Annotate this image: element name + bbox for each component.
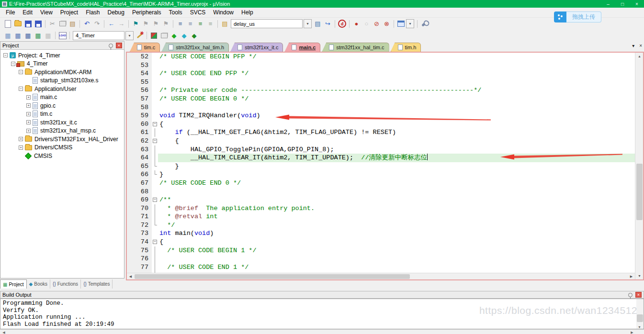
menu-file[interactable]: File xyxy=(2,8,19,17)
scroll-right-icon[interactable]: ▶ xyxy=(628,273,635,280)
close-button[interactable]: × xyxy=(630,0,644,8)
search-combo[interactable]: delay_us xyxy=(231,19,303,28)
view-tab-templates[interactable]: {}Templates xyxy=(81,279,113,289)
fold-margin[interactable]: − xyxy=(152,238,158,246)
toggle-breakpoint-icon[interactable]: ○ xyxy=(362,19,371,28)
maximize-button[interactable]: □ xyxy=(615,0,630,8)
menu-tools[interactable]: Tools xyxy=(165,8,186,17)
build-scroll-right-icon[interactable]: ▶ xyxy=(629,330,635,334)
navigate-forward-icon[interactable]: → xyxy=(117,19,126,28)
stop-build-icon[interactable]: ▦ xyxy=(44,31,53,40)
search-dropdown[interactable]: ▾ xyxy=(304,19,312,28)
fold-collapse-icon[interactable]: − xyxy=(153,122,157,126)
tree-item-tim-c[interactable]: +tim.c xyxy=(0,110,124,119)
pin-icon[interactable] xyxy=(109,44,113,48)
editor-vertical-scrollbar[interactable]: ▲ ▼ xyxy=(635,53,643,279)
doc-tab-stm32f1xx-hal-tim-h[interactable]: stm32f1xx_hal_tim.h xyxy=(161,43,229,52)
debug-windows-dropdown[interactable]: ▾ xyxy=(406,19,414,28)
translate-icon[interactable]: ▦ xyxy=(3,31,12,40)
tree-item-drivers-cmsis[interactable]: +Drivers/CMSIS xyxy=(0,144,124,152)
tree-item-stm32f1xx-it-c[interactable]: +stm32f1xx_it.c xyxy=(0,118,124,127)
start-stop-debug-icon[interactable]: d xyxy=(338,19,347,28)
menu-peripherals[interactable]: Peripherals xyxy=(128,8,165,17)
new-file-icon[interactable] xyxy=(3,19,12,28)
uncomment-icon[interactable]: ≡ xyxy=(206,19,215,28)
expand-icon[interactable]: + xyxy=(26,103,31,108)
indent-icon[interactable]: ≡ xyxy=(176,19,185,28)
expand-icon[interactable]: + xyxy=(26,120,31,124)
doc-tab-stm32f1xx-hal-tim-c[interactable]: stm32f1xx_hal_tim.c xyxy=(322,43,389,52)
select-packs-icon[interactable]: ◆ xyxy=(180,31,189,40)
batch-build-icon[interactable]: ▦ xyxy=(34,31,43,40)
kill-breakpoints-icon[interactable]: ⊗ xyxy=(382,19,391,28)
tab-list-dropdown-icon[interactable]: ▾ xyxy=(632,43,634,48)
menu-edit[interactable]: Edit xyxy=(19,8,36,17)
fold-collapse-icon[interactable]: − xyxy=(153,139,157,143)
menu-debug[interactable]: Debug xyxy=(104,8,128,17)
target-dropdown[interactable]: ▾ xyxy=(125,31,134,40)
drag-upload-overlay[interactable]: 拖拽上传 xyxy=(554,11,601,22)
bookmark-clear-icon[interactable]: ⚑ xyxy=(161,19,170,28)
debug-windows-icon[interactable] xyxy=(396,19,406,28)
menu-flash[interactable]: Flash xyxy=(82,8,103,17)
scroll-left-icon[interactable]: ◀ xyxy=(127,273,134,280)
scroll-up-icon[interactable]: ▲ xyxy=(635,53,644,60)
tree-item-drivers-stm32f1xx-hal-driver[interactable]: +Drivers/STM32F1xx_HAL_Driver xyxy=(0,135,124,144)
collapse-icon[interactable]: − xyxy=(3,53,8,57)
doc-tab-main-c[interactable]: main.c xyxy=(284,43,320,52)
pack-installer-icon[interactable]: ◆ xyxy=(190,31,199,40)
minimize-button[interactable]: – xyxy=(601,0,615,8)
undo-icon[interactable]: ↶ xyxy=(82,19,91,28)
expand-icon[interactable]: + xyxy=(26,129,31,133)
tree-item-cmsis[interactable]: CMSIS xyxy=(0,152,124,160)
collapse-icon[interactable]: − xyxy=(19,87,23,91)
doc-tab-stm32f1xx-it-c[interactable]: stm32f1xx_it.c xyxy=(230,43,283,52)
collapse-icon[interactable]: − xyxy=(19,70,23,74)
fold-margin[interactable]: − xyxy=(152,196,158,204)
fold-margin[interactable]: − xyxy=(152,120,158,129)
open-file-icon[interactable] xyxy=(13,19,23,28)
configure-wrench-icon[interactable] xyxy=(420,19,429,28)
vertical-scroll-thumb[interactable] xyxy=(636,164,643,220)
build-vscroll-thumb[interactable] xyxy=(637,314,643,322)
save-all-icon[interactable] xyxy=(34,19,43,28)
horizontal-scroll-thumb[interactable] xyxy=(135,274,410,279)
cut-icon[interactable]: ✂ xyxy=(48,19,57,28)
fold-margin[interactable]: − xyxy=(152,137,158,145)
expand-icon[interactable]: + xyxy=(19,145,23,150)
build-scroll-left-icon[interactable]: ◀ xyxy=(0,330,7,334)
menu-window[interactable]: Window xyxy=(209,8,237,17)
redo-icon[interactable]: ↷ xyxy=(92,19,102,28)
unindent-icon[interactable]: ≡ xyxy=(186,19,195,28)
fold-collapse-icon[interactable]: − xyxy=(153,198,157,202)
copy-icon[interactable] xyxy=(58,19,67,28)
comment-icon[interactable]: ≡ xyxy=(196,19,205,28)
download-load-icon[interactable]: LOAD xyxy=(58,31,67,40)
tree-item-main-c[interactable]: +main.c xyxy=(0,93,124,102)
menu-project[interactable]: Project xyxy=(56,8,82,17)
doc-tab-tim-h[interactable]: tim.h xyxy=(391,43,421,52)
view-tab-project[interactable]: ▦Project xyxy=(0,279,27,289)
navigate-back-icon[interactable]: ← xyxy=(107,19,116,28)
file-extensions-icon[interactable] xyxy=(149,31,158,40)
close-panel-icon[interactable]: × xyxy=(116,43,122,48)
edit-bookmark-icon[interactable]: ▤ xyxy=(220,19,229,28)
fold-collapse-icon[interactable]: − xyxy=(153,240,157,244)
menu-svcs[interactable]: SVCS xyxy=(186,8,210,17)
bookmark-prev-icon[interactable]: ⚑ xyxy=(141,19,150,28)
tree-item-application-mdk-arm[interactable]: −Application/MDK-ARM xyxy=(0,68,124,77)
insert-breakpoint-icon[interactable]: ● xyxy=(352,19,361,28)
bookmark-next-icon[interactable]: ⚑ xyxy=(151,19,160,28)
doc-tab-tim-c[interactable]: tim.c xyxy=(130,43,160,52)
expand-icon[interactable]: + xyxy=(19,137,23,141)
build-icon[interactable]: ▦ xyxy=(13,31,23,40)
scroll-down-icon[interactable]: ▼ xyxy=(635,272,644,279)
code-editor[interactable]: 52/* USER CODE BEGIN PFP */5354/* USER C… xyxy=(126,52,644,280)
expand-icon[interactable]: + xyxy=(26,95,31,100)
expand-icon[interactable]: + xyxy=(26,112,31,116)
tab-close-icon[interactable]: × xyxy=(639,43,642,48)
disable-breakpoints-icon[interactable]: ⊘ xyxy=(372,19,381,28)
runtime-environment-icon[interactable]: ◆ xyxy=(169,31,179,40)
paste-icon[interactable]: ▤ xyxy=(68,19,77,28)
tree-item-4-timer[interactable]: −4_Timer xyxy=(0,60,124,68)
